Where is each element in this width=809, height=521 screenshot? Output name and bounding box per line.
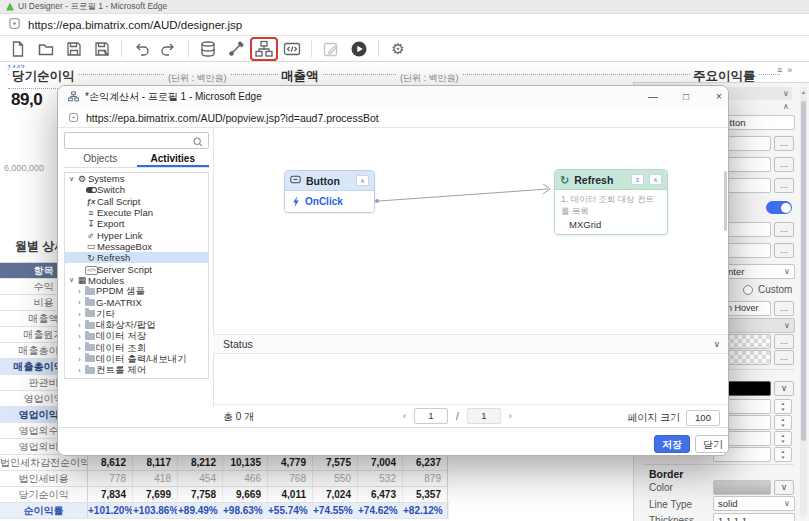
build-button[interactable] bbox=[223, 38, 249, 60]
database-button[interactable] bbox=[195, 38, 221, 60]
tree-item[interactable]: ƒxCall Script bbox=[65, 196, 208, 207]
tree-item[interactable]: ↻Refresh bbox=[65, 252, 208, 263]
dialog-urlbar[interactable]: https://epa.bimatrix.com/AUD/popview.jsp… bbox=[58, 108, 728, 128]
caret-right-icon[interactable]: › bbox=[75, 345, 84, 352]
custom-radio[interactable] bbox=[743, 285, 753, 295]
caret-right-icon[interactable]: › bbox=[75, 311, 84, 318]
ellipsis-button[interactable]: … bbox=[774, 157, 794, 172]
ellipsis-button[interactable]: … bbox=[774, 350, 794, 365]
table-row: 당기순이익7,8347,6997,7589,6694,0117,0246,473… bbox=[0, 487, 449, 503]
tree-item[interactable]: ≡Execute Plan bbox=[65, 207, 208, 218]
tree-item-label: Execute Plan bbox=[97, 207, 153, 218]
cell-value: 5,357 bbox=[403, 487, 448, 502]
ellipsis-button[interactable]: … bbox=[774, 136, 794, 151]
caret-right-icon[interactable]: › bbox=[75, 356, 84, 363]
status-section-header[interactable]: Status ∨ bbox=[213, 334, 729, 354]
tree-item[interactable]: ›G-MATRIX bbox=[65, 297, 208, 308]
undo-button[interactable] bbox=[128, 38, 154, 60]
open-button[interactable] bbox=[33, 38, 59, 60]
ellipsis-button[interactable]: … bbox=[774, 178, 794, 193]
code-button[interactable] bbox=[279, 38, 305, 60]
cell-value: +103.86% bbox=[133, 503, 178, 518]
stepper[interactable]: ▲▼ bbox=[774, 399, 792, 414]
maximize-button[interactable]: □ bbox=[671, 86, 701, 108]
run-button[interactable] bbox=[346, 38, 372, 60]
caret-right-icon[interactable]: › bbox=[75, 333, 84, 340]
page-input[interactable]: 1 bbox=[414, 408, 448, 424]
dialog-footer: 저장 닫기 bbox=[58, 427, 728, 456]
tree-item[interactable]: Switch bbox=[65, 184, 208, 195]
cell-value: +74.62% bbox=[358, 503, 403, 518]
cell-value: 550 bbox=[313, 471, 358, 486]
stepper[interactable]: ▲▼ bbox=[774, 415, 792, 430]
edit-button[interactable] bbox=[318, 38, 344, 60]
onclick-event-row[interactable]: OnClick bbox=[285, 191, 374, 212]
list-node-button[interactable]: ≡ bbox=[631, 174, 644, 185]
stepper[interactable]: ▲▼ bbox=[774, 447, 792, 462]
save-as-button[interactable] bbox=[89, 38, 115, 60]
collapse-node-button[interactable]: ∧ bbox=[356, 175, 369, 186]
search-input[interactable] bbox=[64, 132, 209, 149]
ellipsis-button[interactable]: … bbox=[774, 301, 794, 316]
browser-urlbar[interactable]: https://epa.bimatrix.com/AUD/designer.js… bbox=[0, 14, 809, 36]
tree-item[interactable]: ↧Export bbox=[65, 218, 208, 229]
refresh-node-header[interactable]: ↻ Refresh ≡ ∧ bbox=[555, 170, 667, 190]
dialog-titlebar[interactable]: *손익계산서 - 프로필 1 - Microsoft Edge bbox=[58, 86, 728, 108]
row-label: 순이익률 bbox=[0, 503, 88, 518]
tree-item[interactable]: ∨⚙Systems bbox=[65, 173, 208, 184]
save-button[interactable] bbox=[61, 38, 87, 60]
tab-activities[interactable]: Activities bbox=[137, 152, 210, 167]
close-dialog-button[interactable]: 닫기 bbox=[695, 435, 729, 453]
close-button[interactable]: × bbox=[704, 86, 729, 108]
tree-item[interactable]: ∞Hyper Link bbox=[65, 229, 208, 240]
new-file-button[interactable] bbox=[5, 38, 31, 60]
tree-item[interactable]: </>Server Script bbox=[65, 263, 208, 274]
dropdown-button[interactable]: ∨ bbox=[774, 381, 794, 396]
table-row: 순이익률+101.20%+103.86%+89.49%+98.63%+55.74… bbox=[0, 503, 449, 519]
panel-scrollbar[interactable]: ▲ bbox=[800, 87, 807, 517]
redo-button[interactable] bbox=[156, 38, 182, 60]
page-icon bbox=[8, 16, 21, 34]
page-size-label: 페이지 크기 bbox=[627, 411, 680, 425]
panel-collapse-strip[interactable]: ≡» bbox=[777, 63, 807, 77]
minimize-button[interactable]: — bbox=[638, 86, 668, 108]
chevron-down-icon: ∨ bbox=[784, 499, 790, 508]
stepper[interactable]: ▲▼ bbox=[774, 431, 792, 446]
save-button[interactable]: 저장 bbox=[654, 435, 690, 453]
tree-item[interactable]: ›컨트롤 제어 bbox=[65, 365, 208, 376]
settings-button[interactable]: ⚙ bbox=[385, 38, 411, 60]
tree-item[interactable]: ›PPDM 샘플 bbox=[65, 286, 208, 297]
process-flow-button[interactable] bbox=[251, 38, 277, 60]
button-node-header[interactable]: Button ∧ bbox=[285, 171, 374, 191]
tab-objects[interactable]: Objects bbox=[64, 152, 137, 167]
prev-page-icon[interactable]: ‹ bbox=[403, 411, 406, 421]
scrollbar-thumb[interactable] bbox=[801, 101, 806, 441]
thickness-input[interactable]: 1 1 1 1 bbox=[713, 513, 795, 521]
collapse-node-button[interactable]: ∧ bbox=[649, 174, 662, 185]
page-size-input[interactable]: 100 bbox=[686, 410, 720, 426]
tree-scrollbar-thumb[interactable] bbox=[724, 171, 727, 231]
caret-down-icon[interactable]: ∨ bbox=[67, 276, 76, 284]
dropdown-button[interactable]: ∨ bbox=[774, 480, 794, 495]
tree-item[interactable]: ▭MessageBox bbox=[65, 241, 208, 252]
toggle-switch[interactable] bbox=[766, 201, 792, 214]
cell-value: +98.63% bbox=[223, 503, 268, 518]
pagination-bar: 총 0 개 ‹ 1 / 1 › 페이지 크기 100 bbox=[213, 404, 729, 427]
flow-node-button[interactable]: Button ∧ OnClick bbox=[284, 170, 375, 213]
line-type-select[interactable]: solid bbox=[713, 496, 795, 511]
ellipsis-button[interactable]: … bbox=[774, 334, 794, 349]
tree-item-label: 컨트롤 제어 bbox=[96, 364, 146, 377]
caret-down-icon[interactable]: ∨ bbox=[67, 175, 76, 183]
next-page-icon[interactable]: › bbox=[509, 411, 512, 421]
caret-right-icon[interactable]: › bbox=[75, 367, 84, 374]
caret-right-icon[interactable]: › bbox=[75, 288, 84, 295]
ellipsis-button[interactable]: … bbox=[774, 222, 794, 237]
border-color-swatch[interactable] bbox=[713, 480, 771, 495]
page-separator: / bbox=[456, 411, 459, 422]
flow-node-refresh[interactable]: ↻ Refresh ≡ ∧ 1. 데이터 조회 대상 컨트롤 목록 MXGrid bbox=[554, 169, 668, 235]
main-toolbar: ⚙ bbox=[0, 36, 809, 62]
caret-right-icon[interactable]: › bbox=[75, 322, 84, 329]
ellipsis-button[interactable]: … bbox=[774, 243, 794, 258]
caret-right-icon[interactable]: › bbox=[75, 299, 84, 306]
refresh-param-value: MXGrid bbox=[555, 219, 667, 234]
